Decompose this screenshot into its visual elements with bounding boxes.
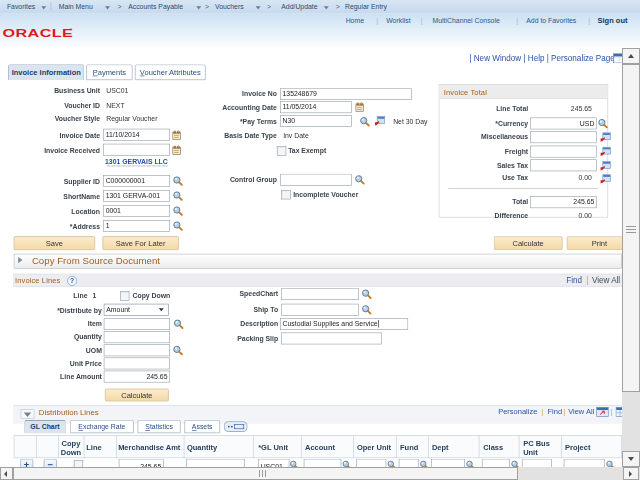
svg-text:?: ? <box>70 277 74 284</box>
